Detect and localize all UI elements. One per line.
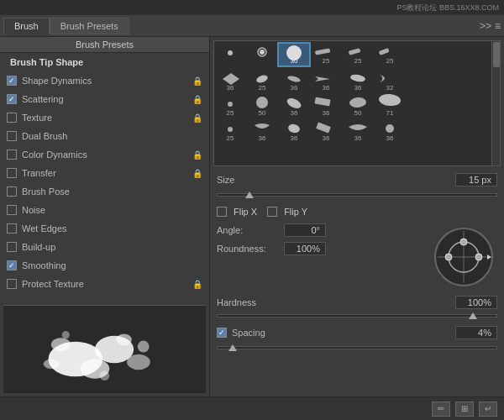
sidebar-item-brush-tip-shape[interactable]: Brush Tip Shape [0, 53, 209, 71]
transfer-checkbox[interactable] [7, 168, 17, 178]
sidebar-item-wet-edges[interactable]: Wet Edges [0, 219, 209, 238]
sidebar-item-build-up[interactable]: Build-up [0, 238, 209, 256]
hardness-value[interactable]: 100% [455, 296, 497, 309]
shape-dynamics-lock: 🔒 [192, 76, 202, 86]
sidebar-item-scattering[interactable]: ✓ Scattering 🔒 [0, 90, 209, 108]
svg-point-3 [51, 338, 71, 351]
tab-row: Brush Brush Presets >> ≡ [0, 15, 504, 37]
svg-text:71: 71 [386, 109, 394, 117]
expand-icon[interactable]: >> [480, 20, 491, 32]
svg-point-53 [386, 124, 394, 133]
svg-text:36: 36 [386, 134, 394, 142]
protect-texture-checkbox[interactable] [7, 279, 17, 289]
scroll-thumb[interactable] [493, 42, 500, 67]
size-slider-thumb[interactable] [245, 192, 254, 198]
sidebar-item-transfer[interactable]: Transfer 🔒 [0, 164, 209, 182]
spacing-slider[interactable] [217, 346, 497, 349]
sidebar-item-texture[interactable]: Texture 🔒 [0, 108, 209, 127]
hardness-label: Hardness [217, 297, 284, 307]
sidebar-item-noise[interactable]: Noise [0, 201, 209, 219]
angle-row: Angle: 0° [217, 223, 430, 237]
sidebar-item-dual-brush[interactable]: Dual Brush [0, 127, 209, 145]
spacing-checkbox[interactable]: ✓ [217, 328, 227, 338]
flip-x-item[interactable]: Flip X [217, 207, 257, 217]
brush-panel: PS教程论坛 BBS.16XX8.COM Brush Brush Presets… [0, 0, 504, 420]
svg-rect-16 [315, 48, 331, 55]
brush-preview-svg [3, 306, 206, 393]
texture-lock: 🔒 [192, 113, 202, 123]
sidebar-item-brush-pose[interactable]: Brush Pose [0, 182, 209, 201]
brush-grid-scrollbar[interactable] [491, 41, 500, 165]
texture-checkbox[interactable] [7, 113, 17, 123]
transfer-lock: 🔒 [192, 169, 202, 178]
shape-dynamics-checkbox[interactable]: ✓ [7, 76, 17, 86]
size-slider[interactable] [217, 193, 497, 197]
svg-text:25: 25 [354, 57, 362, 65]
bottom-toolbar: ✏ ⊞ ↵ [0, 396, 504, 420]
brush-grid-svg: 30 25 25 25 36 [214, 41, 449, 165]
tab-brush[interactable]: Brush [3, 18, 50, 34]
angle-area: Angle: 0° Roundness: 100% [213, 220, 501, 294]
flip-y-checkbox[interactable] [267, 207, 277, 217]
svg-point-37 [286, 97, 303, 111]
flip-y-label: Flip Y [284, 207, 307, 217]
sidebar-item-color-dynamics[interactable]: Color Dynamics 🔒 [0, 145, 209, 164]
dual-brush-label: Dual Brush [22, 131, 67, 141]
svg-text:25: 25 [227, 109, 234, 117]
noise-checkbox[interactable] [7, 205, 17, 215]
bottom-icon-grid[interactable]: ⊞ [455, 402, 474, 417]
spacing-slider-thumb[interactable] [228, 344, 237, 351]
spacing-value[interactable]: 4% [455, 326, 497, 339]
tab-brush-presets[interactable]: Brush Presets [50, 18, 129, 34]
roundness-row: Roundness: 100% [217, 242, 430, 255]
dial-svg [433, 226, 495, 288]
hardness-slider-row [213, 312, 501, 319]
svg-text:25: 25 [259, 84, 266, 92]
size-slider-row [213, 192, 501, 198]
flip-row: Flip X Flip Y [213, 203, 501, 220]
size-value[interactable]: 15 px [455, 173, 497, 186]
wet-edges-checkbox[interactable] [7, 223, 17, 234]
sidebar-item-shape-dynamics[interactable]: ✓ Shape Dynamics 🔒 [0, 71, 209, 90]
transfer-label: Transfer [22, 168, 56, 178]
brush-presets-header: Brush Presets [0, 37, 209, 53]
protect-texture-label: Protect Texture [22, 279, 84, 289]
brush-pose-label: Brush Pose [22, 186, 70, 197]
flip-x-label: Flip X [234, 207, 257, 217]
svg-text:36: 36 [354, 84, 362, 92]
svg-point-10 [228, 50, 233, 55]
menu-icon[interactable]: ≡ [495, 20, 501, 32]
smoothing-label: Smoothing [22, 260, 66, 270]
svg-point-30 [349, 73, 365, 82]
scattering-checkbox[interactable]: ✓ [7, 94, 17, 104]
svg-rect-20 [379, 48, 390, 55]
size-label: Size [217, 175, 284, 185]
angle-value[interactable]: 0° [284, 223, 326, 237]
smoothing-checkbox[interactable]: ✓ [7, 260, 17, 270]
svg-point-45 [228, 127, 233, 132]
svg-text:25: 25 [227, 134, 234, 142]
bottom-icon-brush[interactable]: ✏ [432, 402, 450, 417]
hardness-slider[interactable] [217, 314, 497, 318]
svg-point-41 [349, 97, 367, 108]
scattering-label: Scattering [22, 94, 64, 104]
hardness-slider-thumb[interactable] [469, 312, 477, 319]
flip-x-checkbox[interactable] [217, 207, 227, 217]
color-dynamics-checkbox[interactable] [7, 150, 17, 160]
svg-text:36: 36 [291, 84, 298, 92]
dual-brush-checkbox[interactable] [7, 131, 17, 141]
shape-dynamics-label: Shape Dynamics [22, 76, 92, 86]
dial-container[interactable] [430, 223, 497, 291]
roundness-value[interactable]: 100% [284, 242, 326, 255]
build-up-checkbox[interactable] [7, 242, 17, 252]
protect-texture-lock: 🔒 [192, 280, 202, 289]
sidebar-item-smoothing[interactable]: ✓ Smoothing [0, 256, 209, 275]
flip-y-item[interactable]: Flip Y [267, 207, 307, 217]
svg-text:30: 30 [291, 57, 298, 65]
brush-pose-checkbox[interactable] [7, 186, 17, 197]
angle-props: Angle: 0° Roundness: 100% [217, 223, 430, 260]
sidebar-item-protect-texture[interactable]: Protect Texture 🔒 [0, 275, 209, 293]
svg-text:25: 25 [323, 57, 330, 65]
svg-point-35 [256, 97, 268, 108]
bottom-icon-return[interactable]: ↵ [479, 402, 497, 417]
